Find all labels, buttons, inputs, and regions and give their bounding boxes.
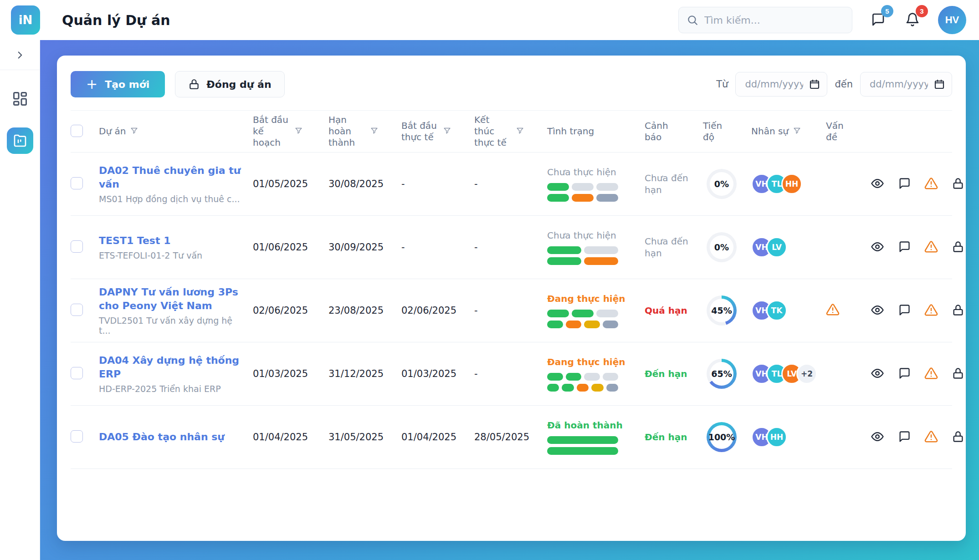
progress-ring: 100% (707, 422, 737, 452)
calendar-icon[interactable] (809, 79, 820, 90)
sidebar-expand-button[interactable] (0, 40, 40, 70)
column-header-label: Tình trạng (547, 126, 594, 137)
dashboard-icon (12, 91, 28, 107)
project-name-link[interactable]: DA05 Đào tạo nhân sự (99, 430, 253, 444)
row-checkbox[interactable] (71, 430, 83, 443)
close-project-button[interactable]: Đóng dự án (175, 71, 284, 97)
row-actions (870, 366, 966, 382)
lock-project-button[interactable] (951, 429, 965, 445)
table-body: DA02 Thuê chuyên gia tư vấnMS01 Hợp đồng… (71, 153, 952, 469)
view-project-button[interactable] (870, 302, 885, 319)
warning-text: Chưa đến hạn (645, 172, 688, 196)
comment-project-button[interactable] (897, 176, 912, 192)
task-pill-yellow (584, 321, 600, 328)
warning-cell: Đến hạn (645, 368, 703, 380)
progress-cell: 0% (703, 169, 751, 199)
app-logo: iN (11, 5, 40, 35)
lock-project-button[interactable] (951, 303, 965, 319)
task-pill-green (547, 194, 569, 202)
lock-project-button[interactable] (951, 239, 965, 255)
comment-project-button[interactable] (897, 366, 912, 382)
cell-actual-end: - (474, 242, 547, 253)
project-name-link[interactable]: DA02 Thuê chuyên gia tư vấn (99, 164, 253, 191)
column-header-label: Bắt đầu thực tế (401, 120, 439, 143)
comment-project-button[interactable] (897, 239, 912, 255)
row-checkbox[interactable] (71, 304, 83, 316)
column-header-1: Dự án (99, 122, 253, 141)
row-actions (870, 302, 966, 319)
notifications-badge: 3 (916, 5, 928, 17)
calendar-icon[interactable] (934, 79, 945, 90)
project-warning-button[interactable] (923, 239, 939, 256)
lock-icon (952, 304, 964, 318)
warning-icon (924, 303, 938, 318)
eye-icon (871, 430, 884, 445)
project-name-link[interactable]: DAPNY Tư vấn lương 3Ps cho Peony Việt Na… (99, 285, 253, 312)
progress-value: 0% (710, 235, 733, 259)
progress-value: 0% (710, 172, 733, 196)
status-text: Chưa thực hiện (547, 230, 645, 241)
column-header-label: Cảnh báo (645, 120, 669, 143)
project-warning-button[interactable] (923, 366, 939, 382)
row-checkbox[interactable] (71, 177, 83, 189)
cell-deadline: 30/08/2025 (328, 178, 401, 189)
view-project-button[interactable] (870, 429, 885, 446)
project-name-link[interactable]: DA04 Xây dựng hệ thống ERP (99, 354, 253, 381)
task-pill-line (547, 321, 618, 328)
messages-button[interactable]: 5 (869, 10, 887, 30)
search-icon (687, 14, 698, 26)
search-input[interactable] (678, 7, 852, 33)
progress-ring: 45% (707, 295, 737, 326)
project-warning-button[interactable] (923, 429, 939, 446)
column-header-6: Tình trạng (547, 122, 645, 141)
table-header: Dự ánBắt đầu kế hoạchHạn hoàn thànhBắt đ… (71, 110, 952, 153)
lock-project-button[interactable] (951, 176, 965, 192)
view-project-button[interactable] (870, 366, 885, 382)
column-header-label: Bắt đầu kế hoạch (253, 114, 290, 148)
lock-project-button[interactable] (951, 366, 965, 382)
cell-deadline: 23/08/2025 (328, 305, 401, 316)
project-name-link[interactable]: TEST1 Test 1 (99, 234, 253, 248)
view-project-button[interactable] (870, 239, 885, 256)
filter-funnel-icon[interactable] (443, 126, 451, 137)
filter-funnel-icon[interactable] (793, 126, 801, 137)
filter-funnel-icon[interactable] (295, 126, 302, 137)
task-pill-green (547, 183, 569, 191)
create-project-button[interactable]: + Tạo mới (71, 71, 165, 97)
from-date-box (735, 72, 827, 97)
task-pill-line (547, 384, 618, 392)
top-header: iN Quản lý Dự án 5 3 HV (0, 0, 979, 40)
eye-icon (871, 177, 884, 192)
user-avatar[interactable]: HV (938, 6, 966, 34)
comment-project-button[interactable] (897, 303, 912, 319)
date-filter: Từ đến (716, 72, 952, 97)
task-pill-lightgray (584, 373, 600, 381)
notifications-button[interactable]: 3 (903, 10, 922, 30)
view-project-button[interactable] (870, 176, 885, 193)
select-all-checkbox[interactable] (71, 125, 83, 137)
project-warning-button[interactable] (923, 302, 939, 319)
sidebar-item-dashboard[interactable] (7, 86, 33, 112)
eye-icon (871, 367, 884, 382)
row-checkbox[interactable] (71, 367, 83, 379)
warning-cell: Đến hạn (645, 431, 703, 443)
cell-deadline: 31/12/2025 (328, 368, 401, 379)
filter-funnel-icon[interactable] (130, 126, 138, 137)
filter-funnel-icon[interactable] (370, 126, 378, 137)
sidebar-item-projects[interactable] (7, 127, 33, 154)
comment-project-button[interactable] (897, 429, 912, 445)
task-pill-green (566, 373, 582, 381)
toolbar: + Tạo mới Đóng dự án Từ đến (71, 71, 952, 97)
task-pill-line (547, 257, 618, 265)
issue-warning-icon (826, 303, 840, 318)
column-header-label: Kết thúc thực tế (474, 114, 512, 148)
project-warning-button[interactable] (923, 176, 939, 193)
row-checkbox[interactable] (71, 240, 83, 253)
comment-icon (898, 367, 911, 381)
filter-funnel-icon[interactable] (516, 126, 524, 137)
column-header-2: Bắt đầu kế hoạch (253, 111, 328, 152)
comment-icon (898, 304, 911, 318)
progress-ring: 0% (707, 232, 737, 262)
task-pill-lightgray (584, 246, 618, 254)
cell-deadline: 31/05/2025 (328, 432, 401, 443)
